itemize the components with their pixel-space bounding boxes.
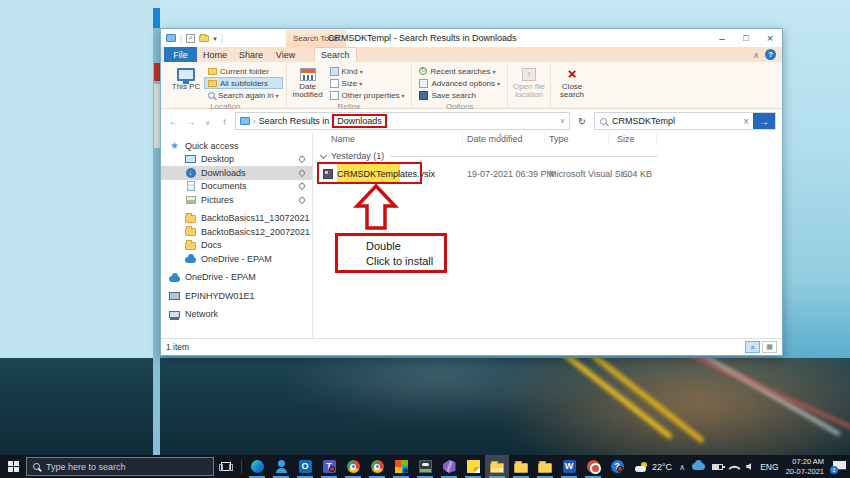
volume-icon[interactable] [746, 463, 751, 470]
battery-icon[interactable] [712, 464, 723, 470]
group-header-yesterday[interactable]: Yesterday (1) [313, 151, 658, 161]
column-headers: Name Date modified Type Size [313, 133, 782, 146]
clear-search-icon[interactable] [739, 116, 753, 127]
column-header-name[interactable]: Name [313, 133, 463, 146]
file-explorer-icon[interactable] [485, 455, 509, 478]
onedrive-icon [185, 257, 196, 263]
outlook-icon[interactable] [293, 455, 317, 478]
edge-icon[interactable] [245, 455, 269, 478]
open-file-location-button[interactable]: Open file location [511, 64, 547, 100]
sidebar-item-folder[interactable]: BacktoBasics12_20072021 [161, 225, 312, 239]
sidebar-item-onedrive[interactable]: OneDrive - EPAM [161, 252, 312, 266]
maximize-button[interactable] [734, 29, 758, 47]
search-again-label: Search again in [218, 91, 274, 100]
start-button[interactable] [0, 455, 26, 478]
sticky-notes-icon[interactable] [461, 455, 485, 478]
column-header-date[interactable]: Date modified [463, 133, 545, 146]
onedrive-icon [169, 276, 180, 282]
sidebar-item-this-pc[interactable]: EPINHYDW01E1 [161, 289, 312, 303]
current-folder-button[interactable]: Current folder [204, 65, 283, 77]
folder-icon[interactable] [533, 455, 557, 478]
recent-searches-button[interactable]: Recent searches [415, 65, 504, 77]
back-button[interactable] [167, 116, 180, 127]
sidebar-item-network[interactable]: Network [161, 308, 312, 322]
ribbon-group-refine: Date modified Kind Size Ot [287, 64, 413, 108]
file-name-cell[interactable]: CRMSDKTemplates.vsix [313, 164, 463, 184]
close-search-button[interactable]: Close search [554, 64, 590, 100]
tab-share[interactable]: Share [233, 47, 269, 62]
column-header-size[interactable]: Size [609, 133, 657, 146]
folder-icon[interactable] [509, 455, 533, 478]
forward-button[interactable] [184, 116, 197, 127]
tab-home[interactable]: Home [197, 47, 233, 62]
tab-view[interactable]: View [269, 47, 302, 62]
divider [241, 460, 242, 474]
all-subfolders-button[interactable]: All subfolders [204, 77, 283, 89]
address-dropdown-icon[interactable] [560, 117, 565, 125]
recent-locations-dropdown-icon[interactable] [201, 116, 214, 127]
details-view-button[interactable] [745, 341, 760, 353]
sidebar-item-desktop[interactable]: Desktop [161, 153, 312, 167]
title-bar[interactable]: | | Search Tools CRMSDKTempl - Search Re… [161, 29, 782, 47]
get-help-icon[interactable] [605, 455, 629, 478]
file-name-match: CRMSDKTempl [337, 164, 400, 184]
sidebar-item-downloads[interactable]: Downloads [161, 166, 312, 180]
search-again-button[interactable]: Search again in [204, 89, 283, 101]
tray-expand-icon[interactable] [679, 462, 685, 472]
clock[interactable]: 07:20 AM 20-07-2021 [786, 457, 824, 477]
search-go-button[interactable] [753, 113, 775, 129]
word-icon[interactable] [557, 455, 581, 478]
close-button[interactable] [758, 29, 782, 47]
large-icons-view-button[interactable] [762, 341, 777, 353]
all-subfolders-label: All subfolders [220, 79, 268, 88]
customize-qat-dropdown-icon[interactable] [213, 33, 217, 43]
this-pc-button[interactable]: This PC [168, 64, 204, 101]
remote-screen-icon[interactable] [413, 455, 437, 478]
teams-icon[interactable] [317, 455, 341, 478]
help-icon[interactable] [765, 49, 776, 60]
new-folder-icon[interactable] [199, 35, 209, 42]
sidebar-item-quick-access[interactable]: Quick access [161, 139, 312, 153]
vsix-file-icon [323, 169, 333, 179]
taskbar-search-box[interactable]: Type here to search [26, 457, 214, 476]
breadcrumb[interactable]: Search Results in Downloads [235, 112, 570, 130]
tab-file[interactable]: File [164, 47, 197, 62]
other-properties-button[interactable]: Other properties [326, 89, 409, 101]
search-input[interactable]: CRMSDKTempl [612, 116, 739, 126]
onedrive-tray-icon[interactable] [692, 463, 705, 470]
tab-search[interactable]: Search [314, 47, 357, 62]
sidebar-item-folder[interactable]: Docs [161, 239, 312, 253]
app-grid-icon[interactable] [389, 455, 413, 478]
sidebar-item-onedrive-root[interactable]: OneDrive - EPAM [161, 271, 312, 285]
weather-widget[interactable]: 22°C [629, 462, 678, 472]
file-row-crmsdktemplates[interactable]: CRMSDKTemplates.vsix 19-07-2021 06:39 PM… [313, 164, 782, 184]
save-search-button[interactable]: Save search [415, 89, 504, 101]
up-button[interactable] [218, 116, 231, 127]
column-header-type[interactable]: Type [545, 133, 609, 146]
people-app-icon[interactable] [269, 455, 293, 478]
breadcrumb-root[interactable]: Search Results in [259, 116, 330, 126]
language-indicator[interactable]: ENG [760, 462, 778, 472]
snagit-icon[interactable] [581, 455, 605, 478]
minimize-button[interactable] [710, 29, 734, 47]
chrome-icon[interactable] [365, 455, 389, 478]
properties-icon[interactable] [186, 34, 195, 43]
size-button[interactable]: Size [326, 77, 409, 89]
collapse-ribbon-icon[interactable] [753, 50, 759, 60]
date-modified-button[interactable]: Date modified [290, 64, 326, 101]
refresh-icon[interactable] [574, 116, 590, 127]
chrome-icon[interactable] [341, 455, 365, 478]
visual-studio-icon[interactable] [437, 455, 461, 478]
sidebar-item-folder[interactable]: BacktoBasics11_13072021 [161, 212, 312, 226]
task-view-button[interactable] [214, 455, 238, 478]
breadcrumb-current-highlighted[interactable]: Downloads [332, 114, 387, 128]
advanced-options-button[interactable]: Advanced options [415, 77, 504, 89]
kind-button[interactable]: Kind [326, 65, 409, 77]
sidebar-item-documents[interactable]: Documents [161, 180, 312, 194]
action-center-button[interactable]: 1 [833, 461, 846, 472]
search-box[interactable]: CRMSDKTempl [594, 112, 776, 130]
network-icon[interactable] [728, 462, 741, 475]
sidebar-item-pictures[interactable]: Pictures [161, 193, 312, 207]
chevron-down-icon [320, 151, 327, 158]
save-search-label: Save search [431, 91, 475, 100]
